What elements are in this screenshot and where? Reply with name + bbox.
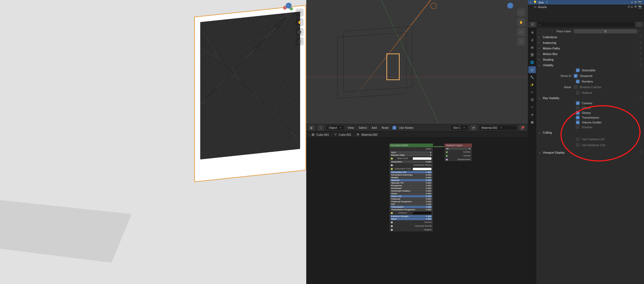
eye-icon[interactable]: 👁: [634, 5, 637, 9]
tab-world[interactable]: 🌐: [528, 59, 536, 66]
tab-object[interactable]: ▢: [528, 66, 536, 73]
shadow-catcher-checkbox[interactable]: ✓: [574, 85, 578, 89]
node-param-field[interactable]: Clearcoat0.000: [390, 198, 432, 200]
sun-light[interactable]: [430, 3, 437, 9]
node-editor[interactable]: Principled BSDF BSDF GGX▾ Random Walk▾ B…: [306, 138, 528, 284]
tab-data[interactable]: ▽: [528, 104, 536, 111]
tab-texture[interactable]: ▩: [528, 119, 536, 126]
navigation-gizmo[interactable]: [507, 3, 513, 9]
pin-icon[interactable]: 📌: [519, 125, 526, 131]
socket-icon[interactable]: [446, 151, 448, 153]
ray-camera-checkbox[interactable]: ✓: [576, 101, 580, 105]
node-param-field[interactable]: Emission Strength1.000: [390, 215, 432, 217]
node-param-field[interactable]: Roughness0.500: [390, 184, 432, 187]
menu-view[interactable]: View: [347, 126, 355, 130]
properties-editor-icon[interactable]: ☰: [529, 22, 536, 28]
principled-bsdf-node[interactable]: Principled BSDF BSDF GGX▾ Random Walk▾ B…: [389, 143, 433, 232]
slot-dropdown[interactable]: Slot 1: [451, 126, 468, 130]
panel-instancing[interactable]: ›Instancing⠿: [536, 40, 644, 45]
tab-physics[interactable]: ⚛: [528, 89, 536, 96]
drag-icon[interactable]: ⠿: [639, 151, 642, 154]
node-param[interactable]: Subsurface Radius: [389, 163, 433, 167]
node-tree-type-icon[interactable]: ○: [317, 125, 324, 131]
ray-volume scatter-checkbox[interactable]: ✓: [576, 120, 580, 124]
outliner-item-sun[interactable]: ▸ 💡 Sun ☀ ▸ 👁 📷: [528, 0, 644, 5]
panel-shading[interactable]: ›Shading⠿: [536, 57, 644, 62]
tab-modifiers[interactable]: 🔧: [528, 74, 536, 81]
rendered-viewport[interactable]: ⊕ ✋ 🎥 ▦: [0, 0, 306, 284]
node-param-field[interactable]: Subsurface0.000: [390, 161, 432, 163]
exclude-checkbox[interactable]: ☑: [628, 5, 630, 9]
ray-glossy-checkbox[interactable]: ✓: [576, 111, 580, 115]
node-param-field[interactable]: Clearcoat Roughness0.030: [390, 200, 432, 203]
tab-render[interactable]: 🖥: [528, 29, 536, 36]
menu-node[interactable]: Node: [381, 126, 390, 130]
node-param-field[interactable]: Specular Tint0.000: [390, 182, 432, 184]
node-param-field[interactable]: Sheen Tint0.500: [390, 195, 432, 197]
outliner-item-assets[interactable]: ▭ Assets ☑ ▸ 👁 📷: [528, 5, 644, 9]
distribution-dropdown[interactable]: GGX▾: [390, 151, 432, 154]
target-dropdown[interactable]: All▾: [445, 147, 471, 150]
selectable-icon[interactable]: ▸: [631, 1, 633, 4]
node-param[interactable]: Tangent: [389, 228, 433, 232]
camera-icon[interactable]: 🎥: [517, 28, 525, 36]
viewports-checkbox[interactable]: ✓: [574, 74, 578, 78]
properties-search[interactable]: ⌕: [537, 22, 634, 27]
node-param[interactable]: Normal: [389, 220, 433, 224]
socket-icon[interactable]: [446, 159, 448, 161]
pan-icon[interactable]: ✋: [296, 18, 304, 26]
ray-shadow-checkbox[interactable]: ✓: [576, 125, 580, 129]
drag-icon[interactable]: ⠿: [639, 96, 642, 100]
tab-viewlayer[interactable]: ▤: [528, 44, 536, 51]
properties-panels[interactable]: Pass Index 0 • ›Collections⠿›Instancing⠿…: [536, 28, 644, 284]
render-icon[interactable]: 📷: [638, 1, 642, 4]
node-param[interactable]: Clearcoat Normal: [389, 224, 433, 228]
perspective-icon[interactable]: ▦: [517, 37, 525, 45]
zoom-icon[interactable]: ⊕: [517, 9, 525, 17]
subsurface-method-dropdown[interactable]: Random Walk▾: [390, 154, 432, 156]
tab-constraints[interactable]: ⛓: [528, 96, 536, 103]
tab-output[interactable]: 🖨: [528, 36, 536, 43]
panel-motion-paths[interactable]: ›Motion Paths⠿: [536, 45, 644, 51]
material-selector[interactable]: Material.002: [479, 126, 517, 130]
eye-icon[interactable]: 👁: [634, 1, 637, 4]
tab-material[interactable]: ◔: [528, 111, 536, 118]
outliner[interactable]: ▸ 💡 Sun ☀ ▸ 👁 📷 ▭ Assets ☑ ▸ 👁 📷: [528, 0, 644, 21]
node-param-field[interactable]: Subsurface Anisotropy0.000: [390, 174, 432, 176]
node-param-field[interactable]: Anisotropic Rotation0.000: [390, 190, 432, 192]
panel-collections[interactable]: ›Collections⠿: [536, 34, 644, 40]
node-param-field[interactable]: Anisotropic0.000: [390, 187, 432, 189]
render-icon[interactable]: 📷: [638, 5, 642, 9]
node-param-field[interactable]: Alpha1.000: [390, 218, 432, 220]
bc-object[interactable]: Cube.001: [316, 133, 329, 136]
ray-diffuse-checkbox[interactable]: ✓: [576, 106, 580, 110]
expand-icon[interactable]: ▸: [530, 1, 532, 4]
material-browse-icon[interactable]: ◔: [470, 125, 477, 131]
node-param-field[interactable]: Transmission1.000: [390, 206, 432, 208]
panel-culling[interactable]: ⌄ Culling ⠿: [536, 130, 644, 135]
window-plane[interactable]: [386, 53, 400, 80]
camera-icon[interactable]: 🎥: [296, 28, 304, 36]
pan-icon[interactable]: ✋: [517, 18, 525, 26]
drag-icon[interactable]: ⠿: [639, 131, 642, 134]
object-mode-dropdown[interactable]: Object: [327, 126, 344, 130]
node-param-field[interactable]: IOR1.450: [390, 203, 432, 205]
material-output-node[interactable]: Material Output All▾ Surface Volume Disp…: [444, 143, 472, 162]
distance-cull-checkbox[interactable]: ✓: [576, 143, 580, 147]
search-input[interactable]: [542, 22, 633, 26]
panel-visibility[interactable]: ⌄ Visibility ⠿: [536, 62, 644, 68]
node-param-field[interactable]: Specular0.500: [390, 179, 432, 181]
panel-motion-blur[interactable]: ›Motion Blur⠿: [536, 51, 644, 57]
use-nodes-checkbox[interactable]: ✓: [392, 126, 396, 130]
pass-index-field[interactable]: 0: [574, 29, 637, 33]
menu-add[interactable]: Add: [371, 126, 378, 130]
ray-transmission-checkbox[interactable]: ✓: [576, 116, 580, 119]
bc-mesh[interactable]: Cube.001: [339, 133, 351, 136]
socket-icon[interactable]: [446, 155, 448, 157]
drag-icon[interactable]: ⠿: [639, 63, 642, 67]
node-param-field[interactable]: Metallic0.000: [390, 176, 432, 179]
options-icon[interactable]: ⋮: [636, 22, 642, 28]
zoom-icon[interactable]: ⊕: [296, 9, 304, 17]
holdout-checkbox[interactable]: ✓: [576, 91, 580, 95]
node-param[interactable]: Subsurface Color: [389, 167, 433, 171]
